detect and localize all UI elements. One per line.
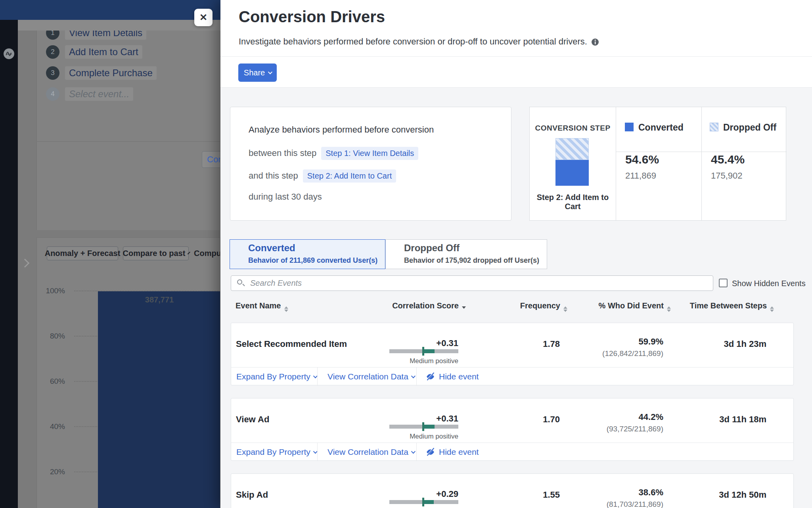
screen: 1 View Item Details 2 Add Item to Cart 3… (0, 0, 812, 508)
show-hidden-events-label: Show Hidden Events (732, 279, 806, 288)
expand-by-property-button[interactable]: Expand By Property (236, 368, 316, 386)
app-side-rail (0, 20, 18, 508)
tab-converted[interactable]: Converted Behavior of 211,869 converted … (230, 239, 385, 269)
pct-who-did-event-detail: (93,725/211,869) (552, 425, 663, 433)
chevron-down-icon (411, 374, 416, 378)
step-number-badge: 4 (46, 87, 59, 101)
event-row: Select Recommended Item +0.31 Medium pos… (231, 323, 794, 385)
funnel-bar[interactable]: 387,771 (98, 291, 220, 508)
y-axis-label: 80% (37, 332, 65, 341)
correlation-value: +0.29 (379, 489, 458, 499)
hide-event-button[interactable]: Hide event (425, 368, 479, 386)
divider (317, 443, 318, 461)
time-between-steps-value: 3d 12h 50m (679, 490, 766, 500)
frequency-value: 1.55 (500, 490, 560, 500)
criteria-line3: and this stepStep 2: Add Item to Cart (249, 169, 396, 183)
time-between-steps-value: 3d 11h 18m (679, 414, 766, 425)
column-header-pct-who-did-event[interactable]: % Who Did Event (599, 301, 671, 312)
correlation-strength-label: Medium positive (379, 433, 458, 441)
tab-dropped-off[interactable]: Dropped Off Behavior of 175,902 dropped … (385, 239, 547, 269)
correlation-bar-fill (423, 425, 435, 429)
dropped-off-legend-label: Dropped Off (723, 122, 776, 133)
show-hidden-events-checkbox[interactable] (719, 279, 728, 287)
criteria-line2: between this stepStep 1: View Item Detai… (249, 147, 418, 160)
funnel-chart-card: Anomaly + Forecast Compare to past Compu… (36, 237, 220, 508)
correlation-score-cell: +0.29 Weak positive (379, 474, 458, 508)
expand-by-property-button[interactable]: Expand By Property (236, 443, 316, 461)
divider (416, 368, 417, 386)
converted-pct: 54.6% (625, 153, 659, 166)
conversion-drivers-panel: Conversion Drivers Investigate behaviors… (220, 0, 812, 508)
step-label[interactable]: View Item Details (65, 31, 146, 40)
step-number-badge: 2 (46, 45, 59, 59)
share-button[interactable]: Share (238, 64, 277, 82)
info-icon[interactable] (591, 38, 599, 46)
step-number-badge: 1 (46, 31, 59, 40)
chevron-down-icon (411, 449, 416, 454)
divider (616, 152, 787, 152)
pct-who-did-event-value: 59.9% (576, 337, 663, 347)
criteria-line4: during last 30 days (249, 192, 322, 202)
page-header-band (18, 20, 220, 31)
view-correlation-data-button[interactable]: View Correlation Data (327, 368, 414, 386)
column-header-time-between-steps[interactable]: Time Between Steps (690, 301, 774, 312)
close-panel-button[interactable]: ✕ (194, 9, 213, 26)
column-header-event-name[interactable]: Event Name (236, 301, 288, 312)
column-header-correlation-score[interactable]: Correlation Score (392, 301, 466, 310)
converted-swatch-icon (625, 123, 634, 131)
step2-chip[interactable]: Step 2: Add Item to Cart (303, 169, 396, 183)
funnel-steps-card: 1 View Item Details 2 Add Item to Cart 3… (36, 31, 220, 230)
converted-segment (555, 160, 589, 186)
panel-content: Analyze behaviors performed before conve… (220, 87, 812, 508)
sort-desc-icon[interactable] (462, 306, 466, 309)
step1-chip[interactable]: Step 1: View Item Details (321, 147, 418, 160)
hide-event-button[interactable]: Hide event (425, 443, 479, 461)
search-input[interactable] (250, 276, 706, 291)
divider (701, 107, 702, 220)
criteria-line1: Analyze behaviors performed before conve… (249, 125, 434, 135)
chevron-down-icon (188, 252, 190, 254)
anomaly-forecast-button[interactable]: Anomaly + Forecast (47, 246, 118, 260)
event-name: Skip Ad (236, 490, 268, 500)
bar-value-label: 387,771 (98, 295, 220, 304)
y-axis-label: 40% (37, 422, 65, 431)
divider (220, 56, 812, 57)
view-correlation-data-button[interactable]: View Correlation Data (327, 443, 414, 461)
step-label[interactable]: Add Item to Cart (65, 45, 142, 59)
dropped-off-swatch-icon (710, 123, 718, 131)
sort-icon[interactable] (284, 306, 288, 312)
sort-icon[interactable] (770, 306, 774, 312)
dropped-off-segment (555, 138, 589, 160)
divider (416, 443, 417, 461)
correlation-bar-center-tick (422, 498, 424, 506)
correlation-bar-center-tick (422, 347, 424, 356)
event-row: View Ad +0.31 Medium positive 1.70 44.2%… (231, 398, 794, 461)
sort-icon[interactable] (667, 306, 671, 312)
expand-panel-chevron-icon[interactable] (21, 259, 30, 268)
dropped-off-pct: 45.4% (711, 153, 745, 166)
page-subtitle: Investigate behaviors performed before c… (239, 37, 599, 47)
compare-to-past-button[interactable]: Compare to past (123, 246, 189, 260)
conversion-mini-bar (555, 138, 589, 186)
pct-who-did-event-value: 44.2% (576, 412, 663, 422)
correlation-bar-fill (423, 500, 434, 504)
step-label[interactable]: Complete Purchase (65, 66, 157, 80)
divider (37, 141, 220, 142)
dropped-off-count: 175,902 (711, 171, 743, 181)
page-title: Conversion Drivers (239, 8, 385, 26)
row-actions-bar: Expand By Property View Correlation Data… (231, 443, 793, 461)
sort-icon[interactable] (563, 306, 567, 312)
close-icon: ✕ (199, 12, 207, 23)
compute-button-partial[interactable]: Compute (194, 249, 220, 258)
amplitude-logo-icon[interactable] (4, 48, 14, 59)
pct-who-did-event-value: 38.6% (576, 487, 663, 498)
column-header-frequency[interactable]: Frequency (520, 301, 567, 312)
select-event-placeholder[interactable]: Select event... (65, 87, 133, 101)
conversion-button-partial[interactable]: Con (202, 151, 220, 168)
search-events-box (231, 275, 713, 291)
analysis-criteria-box: Analyze behaviors performed before conve… (230, 107, 511, 221)
conversion-step-box: CONVERSION STEP Step 2: Add Item to Cart… (529, 107, 786, 221)
chevron-down-icon (268, 70, 272, 74)
pct-who-did-event-detail: (81,703/211,869) (552, 500, 663, 508)
time-between-steps-value: 3d 1h 23m (679, 339, 766, 349)
